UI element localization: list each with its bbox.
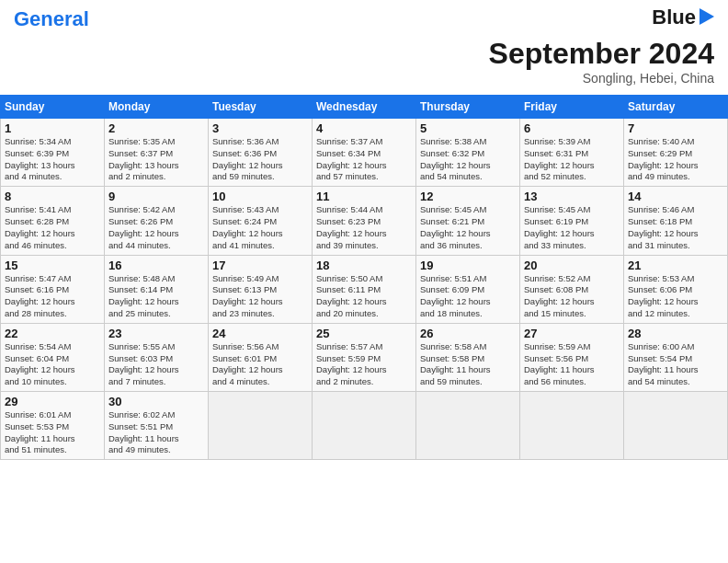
day-number: 2: [108, 121, 204, 135]
table-row: 22Sunrise: 5:54 AMSunset: 6:04 PMDayligh…: [1, 323, 728, 391]
calendar-cell: 8Sunrise: 5:41 AMSunset: 6:28 PMDaylight…: [1, 187, 105, 255]
logo-text: General: [14, 9, 89, 29]
calendar-cell: [624, 392, 728, 460]
table-row: 29Sunrise: 6:01 AMSunset: 5:53 PMDayligh…: [1, 392, 728, 460]
day-number: 11: [316, 190, 412, 203]
day-number: 21: [628, 259, 723, 272]
col-monday: Monday: [105, 96, 209, 119]
day-detail: Sunrise: 5:44 AMSunset: 6:23 PMDaylight:…: [316, 204, 412, 251]
col-sunday: Sunday: [1, 96, 105, 119]
header: General Blue: [14, 9, 714, 29]
calendar-cell: 24Sunrise: 5:56 AMSunset: 6:01 PMDayligh…: [209, 323, 313, 391]
calendar-cell: 29Sunrise: 6:01 AMSunset: 5:53 PMDayligh…: [1, 392, 105, 460]
calendar-cell: [520, 392, 624, 460]
day-number: 29: [5, 395, 100, 408]
day-detail: Sunrise: 5:53 AMSunset: 6:06 PMDaylight:…: [628, 273, 723, 320]
day-number: 4: [316, 121, 412, 135]
header-row: SundayMondayTuesdayWednesdayThursdayFrid…: [1, 96, 728, 119]
day-detail: Sunrise: 5:59 AMSunset: 5:56 PMDaylight:…: [524, 341, 620, 388]
calendar-cell: [209, 392, 313, 460]
day-number: 26: [420, 327, 516, 340]
calendar-cell: 2Sunrise: 5:35 AMSunset: 6:37 PMDaylight…: [105, 119, 209, 187]
day-detail: Sunrise: 5:46 AMSunset: 6:18 PMDaylight:…: [628, 204, 723, 251]
calendar-cell: 27Sunrise: 5:59 AMSunset: 5:56 PMDayligh…: [520, 323, 624, 391]
calendar-cell: 17Sunrise: 5:49 AMSunset: 6:13 PMDayligh…: [209, 255, 313, 323]
day-number: 6: [524, 121, 620, 135]
calendar-cell: 4Sunrise: 5:37 AMSunset: 6:34 PMDaylight…: [313, 119, 416, 187]
day-detail: Sunrise: 5:39 AMSunset: 6:31 PMDaylight:…: [524, 136, 620, 183]
day-detail: Sunrise: 5:40 AMSunset: 6:29 PMDaylight:…: [628, 136, 723, 183]
day-number: 27: [524, 327, 620, 340]
calendar-cell: 25Sunrise: 5:57 AMSunset: 5:59 PMDayligh…: [313, 323, 416, 391]
col-thursday: Thursday: [416, 96, 520, 119]
day-number: 24: [212, 327, 308, 340]
calendar-cell: 13Sunrise: 5:45 AMSunset: 6:19 PMDayligh…: [520, 187, 624, 255]
day-detail: Sunrise: 5:37 AMSunset: 6:34 PMDaylight:…: [316, 136, 412, 183]
day-detail: Sunrise: 5:52 AMSunset: 6:08 PMDaylight:…: [524, 273, 620, 320]
day-detail: Sunrise: 5:41 AMSunset: 6:28 PMDaylight:…: [5, 204, 100, 251]
day-number: 7: [628, 121, 723, 135]
day-detail: Sunrise: 5:34 AMSunset: 6:39 PMDaylight:…: [5, 136, 100, 183]
calendar-cell: 10Sunrise: 5:43 AMSunset: 6:24 PMDayligh…: [209, 187, 313, 255]
calendar-cell: 11Sunrise: 5:44 AMSunset: 6:23 PMDayligh…: [313, 187, 416, 255]
day-detail: Sunrise: 5:35 AMSunset: 6:37 PMDaylight:…: [108, 136, 204, 183]
day-detail: Sunrise: 5:43 AMSunset: 6:24 PMDaylight:…: [212, 204, 308, 251]
day-detail: Sunrise: 5:55 AMSunset: 6:03 PMDaylight:…: [108, 341, 204, 388]
day-detail: Sunrise: 5:36 AMSunset: 6:36 PMDaylight:…: [212, 136, 308, 183]
day-number: 25: [316, 327, 412, 340]
day-detail: Sunrise: 5:49 AMSunset: 6:13 PMDaylight:…: [212, 273, 308, 320]
table-row: 8Sunrise: 5:41 AMSunset: 6:28 PMDaylight…: [1, 187, 728, 255]
calendar-cell: 5Sunrise: 5:38 AMSunset: 6:32 PMDaylight…: [416, 119, 520, 187]
col-saturday: Saturday: [624, 96, 728, 119]
calendar-cell: 1Sunrise: 5:34 AMSunset: 6:39 PMDaylight…: [1, 119, 105, 187]
location: Songling, Hebei, China: [14, 71, 714, 86]
day-detail: Sunrise: 5:42 AMSunset: 6:26 PMDaylight:…: [108, 204, 204, 251]
calendar-cell: 12Sunrise: 5:45 AMSunset: 6:21 PMDayligh…: [416, 187, 520, 255]
calendar-cell: 14Sunrise: 5:46 AMSunset: 6:18 PMDayligh…: [624, 187, 728, 255]
day-number: 17: [212, 259, 308, 272]
day-number: 1: [5, 121, 100, 135]
day-detail: Sunrise: 5:51 AMSunset: 6:09 PMDaylight:…: [420, 273, 516, 320]
calendar-cell: [313, 392, 416, 460]
logo-text2: Blue: [652, 7, 696, 28]
day-number: 10: [212, 190, 308, 203]
logo-arrow-icon: [700, 8, 714, 25]
col-tuesday: Tuesday: [209, 96, 313, 119]
day-number: 28: [628, 327, 723, 340]
calendar-cell: 20Sunrise: 5:52 AMSunset: 6:08 PMDayligh…: [520, 255, 624, 323]
day-detail: Sunrise: 6:01 AMSunset: 5:53 PMDaylight:…: [5, 409, 100, 456]
day-number: 16: [108, 259, 204, 272]
day-number: 22: [5, 327, 100, 340]
calendar-cell: 7Sunrise: 5:40 AMSunset: 6:29 PMDaylight…: [624, 119, 728, 187]
calendar-cell: 15Sunrise: 5:47 AMSunset: 6:16 PMDayligh…: [1, 255, 105, 323]
day-number: 14: [628, 190, 723, 203]
col-wednesday: Wednesday: [313, 96, 416, 119]
calendar-cell: 16Sunrise: 5:48 AMSunset: 6:14 PMDayligh…: [105, 255, 209, 323]
main-container: General Blue September 2024 Songling, He…: [0, 0, 728, 95]
calendar-cell: 18Sunrise: 5:50 AMSunset: 6:11 PMDayligh…: [313, 255, 416, 323]
logo: General: [14, 9, 89, 29]
day-detail: Sunrise: 5:45 AMSunset: 6:19 PMDaylight:…: [524, 204, 620, 251]
calendar-cell: 23Sunrise: 5:55 AMSunset: 6:03 PMDayligh…: [105, 323, 209, 391]
calendar-cell: 3Sunrise: 5:36 AMSunset: 6:36 PMDaylight…: [209, 119, 313, 187]
day-number: 13: [524, 190, 620, 203]
day-detail: Sunrise: 5:45 AMSunset: 6:21 PMDaylight:…: [420, 204, 516, 251]
day-number: 5: [420, 121, 516, 135]
day-number: 18: [316, 259, 412, 272]
day-number: 15: [5, 259, 100, 272]
day-number: 9: [108, 190, 204, 203]
calendar-cell: 28Sunrise: 6:00 AMSunset: 5:54 PMDayligh…: [624, 323, 728, 391]
day-number: 30: [108, 395, 204, 408]
day-detail: Sunrise: 5:47 AMSunset: 6:16 PMDaylight:…: [5, 273, 100, 320]
day-number: 20: [524, 259, 620, 272]
title-block: September 2024 Songling, Hebei, China: [14, 37, 714, 86]
calendar-table: SundayMondayTuesdayWednesdayThursdayFrid…: [0, 95, 728, 460]
calendar-cell: 30Sunrise: 6:02 AMSunset: 5:51 PMDayligh…: [105, 392, 209, 460]
calendar-cell: 19Sunrise: 5:51 AMSunset: 6:09 PMDayligh…: [416, 255, 520, 323]
calendar-cell: 26Sunrise: 5:58 AMSunset: 5:58 PMDayligh…: [416, 323, 520, 391]
calendar-cell: [416, 392, 520, 460]
table-row: 15Sunrise: 5:47 AMSunset: 6:16 PMDayligh…: [1, 255, 728, 323]
day-detail: Sunrise: 5:57 AMSunset: 5:59 PMDaylight:…: [316, 341, 412, 388]
day-number: 23: [108, 327, 204, 340]
day-detail: Sunrise: 5:50 AMSunset: 6:11 PMDaylight:…: [316, 273, 412, 320]
